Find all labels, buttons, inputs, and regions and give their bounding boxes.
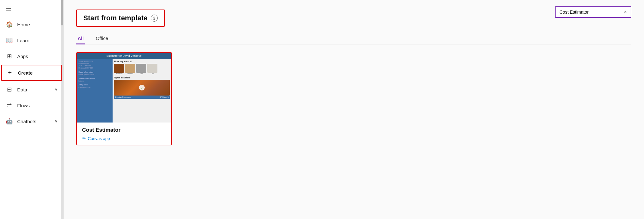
hardwood-label: Hardwood [116, 73, 122, 75]
vinyl-swatch [136, 64, 146, 73]
sidebar-item-apps[interactable]: ⊞ Apps [0, 48, 63, 64]
flooring-laminate: Laminate [125, 64, 135, 75]
sidebar-item-label: Home [17, 22, 58, 27]
sidebar-item-label: Flows [17, 103, 58, 108]
mockup-sidebar-section: Add photos Capture photos [79, 84, 111, 88]
sidebar-flooring-label: Select flooring style [79, 77, 111, 79]
flooring-options: Hardwood Laminate Vinyl [114, 64, 170, 75]
mockup-sidebar: 1/13/2018 12:00 PM David Veskove 1028 17… [77, 59, 113, 123]
template-type-label: Canvas app [88, 136, 110, 141]
mockup-body: 1/13/2018 12:00 PM David Veskove 1028 17… [77, 59, 171, 123]
sidebar: ☰ 🏠 Home 📖 Learn ⊞ Apps + Create ⊟ Data … [0, 0, 64, 219]
data-icon: ⊟ [6, 86, 13, 93]
sidebar-basic-info-value: Room specifications [79, 74, 111, 76]
mockup-header: Estimate for David Veskove [77, 53, 171, 59]
app-mockup: Estimate for David Veskove 1/13/2018 12:… [77, 53, 171, 123]
sidebar-item-data[interactable]: ⊟ Data ∨ [0, 82, 63, 97]
template-card-image: Estimate for David Veskove 1/13/2018 12:… [77, 53, 171, 123]
flooring-vinyl: Vinyl [136, 64, 146, 75]
sidebar-item-chatbots[interactable]: 🤖 Chatbots ∨ [0, 113, 63, 129]
sidebar-photos-value: Capture photos [79, 86, 111, 88]
sidebar-item-create[interactable]: + Create [1, 65, 62, 81]
laminate-swatch [125, 64, 135, 73]
hardwood-swatch [114, 64, 124, 73]
section-title: Start from template [83, 14, 148, 22]
tabs: All Office [76, 33, 631, 44]
flooring-hardwood: Hardwood [114, 64, 124, 75]
hamburger-button[interactable]: ☰ [0, 0, 63, 17]
mockup-flooring-title: Flooring material [114, 60, 170, 63]
template-card-type: ✏ Canvas app [82, 136, 166, 141]
main-content: × Start from template ℹ All Office Estim… [64, 0, 644, 219]
mockup-sidebar-section: Select flooring style Interior [79, 77, 111, 82]
learn-icon: 📖 [6, 37, 13, 44]
search-box: × [555, 6, 631, 18]
chevron-down-icon: ∨ [55, 119, 58, 123]
sidebar-flooring-value: Interior [79, 80, 111, 82]
sidebar-item-learn[interactable]: 📖 Learn [0, 32, 63, 48]
sidebar-item-label: Apps [17, 54, 58, 59]
tile-label: Tile [151, 73, 154, 75]
mockup-sidebar-section: Basic information Room specifications [79, 71, 111, 76]
apps-icon: ⊞ [6, 53, 13, 60]
sidebar-item-home[interactable]: 🏠 Home [0, 17, 63, 32]
sidebar-basic-info-label: Basic information [79, 71, 111, 73]
laminate-label: Laminate [127, 73, 133, 75]
price-value: $7.39/sq ft [160, 96, 169, 98]
types-section-title: Types available [114, 76, 170, 79]
sidebar-item-label: Learn [17, 38, 58, 43]
template-card-name: Cost Estimator [82, 127, 166, 133]
search-clear-button[interactable]: × [624, 10, 627, 15]
template-card-cost-estimator[interactable]: Estimate for David Veskove 1/13/2018 12:… [76, 52, 172, 145]
tile-swatch [147, 64, 157, 73]
cards-grid: Estimate for David Veskove 1/13/2018 12:… [76, 52, 631, 145]
check-icon: ✓ [139, 85, 145, 90]
home-icon: 🏠 [6, 21, 13, 28]
sidebar-photos-label: Add photos [79, 84, 111, 86]
flooring-tile: Tile [147, 64, 157, 75]
sidebar-item-label: Create [18, 70, 57, 76]
tab-office[interactable]: Office [94, 33, 109, 44]
tab-all[interactable]: All [76, 33, 85, 44]
vinyl-label: Vinyl [140, 73, 143, 75]
sidebar-item-label: Data [17, 87, 50, 92]
price-label: Belgian Rosewood [115, 96, 131, 98]
flows-icon: ⇌ [6, 102, 13, 109]
pencil-icon: ✏ [82, 136, 86, 141]
search-area: × [555, 6, 631, 18]
create-icon: + [6, 69, 13, 76]
section-header: Start from template ℹ [76, 10, 165, 27]
template-card-info: Cost Estimator ✏ Canvas app [77, 123, 171, 145]
sidebar-item-label: Chatbots [17, 119, 50, 124]
search-input[interactable] [559, 10, 621, 15]
sidebar-item-flows[interactable]: ⇌ Flows [0, 97, 63, 113]
mockup-content: Flooring material Hardwood Laminate [113, 59, 171, 123]
wood-image: ✓ [114, 80, 170, 96]
chatbots-icon: 🤖 [6, 118, 13, 125]
chevron-down-icon: ∨ [55, 87, 58, 92]
info-icon[interactable]: ℹ [151, 15, 158, 22]
price-bar: Belgian Rosewood $7.39/sq ft [114, 96, 170, 99]
